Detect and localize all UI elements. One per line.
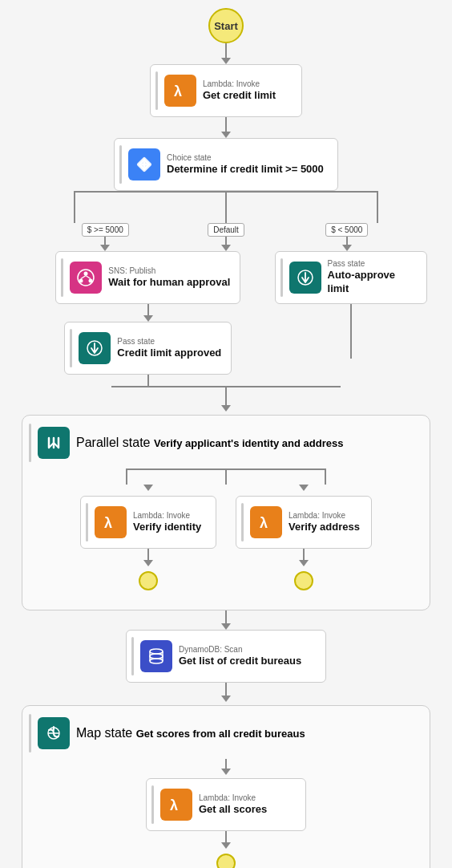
node-label-top: Choice state <box>167 153 324 163</box>
branch-label-lt: $ < 5000 <box>325 223 368 237</box>
conn-1 <box>221 43 231 64</box>
conn-2 <box>221 117 231 138</box>
lambda-scores-node[interactable]: λ Lambda: Invoke Get all scores <box>146 778 306 831</box>
node-label-main: Credit limit approved <box>117 347 221 360</box>
svg-text:λ: λ <box>260 515 268 531</box>
pass-icon <box>79 332 111 364</box>
node-divider <box>155 71 158 110</box>
map-container: Map state Get scores from all credit bur… <box>22 705 430 868</box>
parallel-label-top: Parallel state <box>76 436 151 449</box>
svg-point-5 <box>89 279 93 283</box>
node-label-main: Verify address <box>289 521 360 534</box>
node-label-main: Get credit limit <box>203 89 276 103</box>
svg-line-6 <box>81 276 86 279</box>
node-label-main: Get list of credit bureaus <box>179 655 301 668</box>
map-label-main: Get scores from all credit bureaus <box>136 728 305 740</box>
node-label-top: Pass state <box>117 337 221 347</box>
map-end <box>216 854 236 868</box>
sns-icon <box>70 262 102 294</box>
lambda-scores-icon: λ <box>160 789 192 821</box>
map-label-top: Map state <box>76 726 132 740</box>
sns-wait-node[interactable]: SNS: Publish Wait for human approval <box>55 251 240 304</box>
node-label-main: Get all scores <box>199 803 267 817</box>
svg-point-16 <box>150 654 163 659</box>
start-node: Start <box>208 8 244 43</box>
parallel-end-left <box>139 571 158 590</box>
lambda-address-node[interactable]: λ Lambda: Invoke Verify address <box>236 496 372 549</box>
dynamo-scan-node[interactable]: DynamoDB: Scan Get list of credit bureau… <box>126 630 326 683</box>
svg-line-7 <box>86 276 91 279</box>
node-label-top: Pass state <box>328 259 417 269</box>
node-label-top: SNS: Publish <box>108 266 230 276</box>
dynamo-icon <box>140 640 172 672</box>
svg-point-12 <box>150 649 163 654</box>
node-label-main: Wait for human approval <box>108 276 230 290</box>
node-label-main: Auto-approve limit <box>328 269 417 296</box>
choice-icon <box>128 148 160 180</box>
lambda-address-icon: λ <box>250 506 282 538</box>
branch-label-default: Default <box>208 223 244 237</box>
pass-auto-node[interactable]: Pass state Auto-approve limit <box>275 251 427 304</box>
node-label-top: Lambda: Invoke <box>289 511 360 521</box>
node-label-top: Lambda: Invoke <box>203 79 276 89</box>
lambda-identity-icon: λ <box>95 506 127 538</box>
map-icon <box>38 717 70 749</box>
branch-section: $ >= 5000 Default $ < 5000 <box>22 191 430 412</box>
parallel-end-right <box>294 571 313 590</box>
svg-point-13 <box>150 659 163 663</box>
right-branch: Pass state Auto-approve limit <box>280 251 421 359</box>
node-label-top: Lambda: Invoke <box>199 793 267 803</box>
parallel-label-main: Verify applicant's identity and address <box>154 437 343 449</box>
parallel-container: Parallel state Verify applicant's identi… <box>22 415 430 610</box>
left-branch: SNS: Publish Wait for human approval <box>31 251 265 386</box>
branch-label-gte: $ >= 5000 <box>82 223 129 237</box>
choice-state-node[interactable]: Choice state Determine if credit limit >… <box>114 138 338 191</box>
lambda-icon: λ <box>164 75 196 107</box>
svg-point-3 <box>84 272 88 276</box>
node-label-top: Lambda: Invoke <box>133 511 201 521</box>
node-label-top: DynamoDB: Scan <box>179 645 301 655</box>
lambda-identity-node[interactable]: λ Lambda: Invoke Verify identity <box>80 496 216 549</box>
node-divider <box>119 145 122 184</box>
pass-approved-node[interactable]: Pass state Credit limit approved <box>64 322 232 375</box>
pass-auto-icon <box>289 262 321 294</box>
node-label-main: Verify identity <box>133 521 201 534</box>
lambda-get-credit-node[interactable]: λ Lambda: Invoke Get credit limit <box>150 64 302 117</box>
parallel-icon <box>38 427 70 459</box>
node-label-main: Determine if credit limit >= 5000 <box>167 163 324 176</box>
svg-text:λ: λ <box>170 797 178 813</box>
svg-text:λ: λ <box>174 83 182 99</box>
workflow-canvas: Start λ Lambda: Invoke Get credit limit <box>0 8 452 868</box>
svg-text:λ: λ <box>104 515 112 531</box>
svg-point-4 <box>79 279 83 283</box>
